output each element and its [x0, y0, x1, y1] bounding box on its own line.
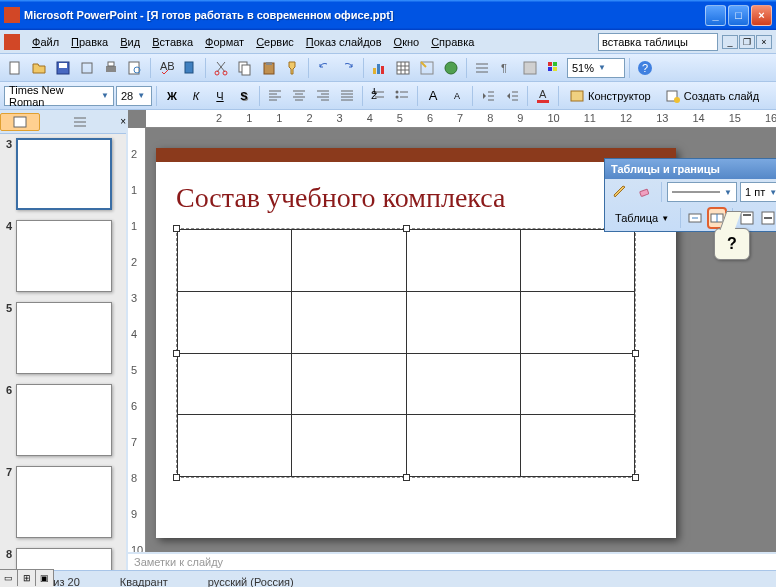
thumbnail-slide-6[interactable]: 6	[2, 384, 124, 456]
eraser-icon[interactable]	[634, 181, 656, 203]
bold-icon[interactable]: Ж	[161, 85, 183, 107]
align-center-icon[interactable]	[288, 85, 310, 107]
notes-pane[interactable]: Заметки к слайду	[128, 552, 776, 570]
preview-icon[interactable]	[124, 57, 146, 79]
close-button[interactable]: ×	[751, 5, 772, 26]
insert-table-icon[interactable]	[392, 57, 414, 79]
redo-icon[interactable]	[337, 57, 359, 79]
new-icon[interactable]	[4, 57, 26, 79]
decrease-indent-icon[interactable]	[477, 85, 499, 107]
thumbnail-slide-3[interactable]: 3	[2, 138, 124, 210]
normal-view-button[interactable]: ▭	[0, 570, 18, 586]
expand-all-icon[interactable]	[471, 57, 493, 79]
svg-rect-6	[129, 62, 139, 74]
print-icon[interactable]	[100, 57, 122, 79]
cut-icon[interactable]	[210, 57, 232, 79]
mdi-restore-button[interactable]: ❐	[739, 35, 755, 49]
thumbnails-tab[interactable]	[0, 113, 40, 131]
mdi-close-button[interactable]: ×	[756, 35, 772, 49]
tables-borders-icon[interactable]	[416, 57, 438, 79]
menu-insert[interactable]: Вставка	[146, 34, 199, 50]
save-icon[interactable]	[52, 57, 74, 79]
paste-icon[interactable]	[258, 57, 280, 79]
font-color-icon[interactable]: A	[532, 85, 554, 107]
formatting-toolbar: Times New Roman▼ 28▼ Ж К Ч S 12 A A A Ко…	[0, 82, 776, 110]
undo-icon[interactable]	[313, 57, 335, 79]
outline-tab[interactable]	[60, 113, 100, 131]
new-slide-button[interactable]: Создать слайд	[659, 85, 765, 107]
copy-icon[interactable]	[234, 57, 256, 79]
float-titlebar[interactable]: Таблицы и границы ▼ ×	[605, 159, 776, 179]
mdi-minimize-button[interactable]: _	[722, 35, 738, 49]
status-language: русский (Россия)	[208, 576, 294, 588]
table-menu-button[interactable]: Таблица ▼	[609, 207, 675, 229]
format-painter-icon[interactable]	[282, 57, 304, 79]
align-right-icon[interactable]	[312, 85, 334, 107]
insert-hyperlink-icon[interactable]	[440, 57, 462, 79]
slide-title[interactable]: Состав учебного комплекса	[176, 182, 656, 214]
menu-slideshow[interactable]: Показ слайдов	[300, 34, 388, 50]
decrease-font-icon[interactable]: A	[446, 85, 468, 107]
status-layout: Квадрант	[120, 576, 168, 588]
distributed-icon[interactable]	[336, 85, 358, 107]
show-grid-icon[interactable]	[519, 57, 541, 79]
zoom-combo[interactable]: 51%▼	[567, 58, 625, 78]
font-combo[interactable]: Times New Roman▼	[4, 86, 114, 106]
menu-view[interactable]: Вид	[114, 34, 146, 50]
statusbar: Слайд 3 из 20 Квадрант русский (Россия)	[0, 570, 776, 587]
font-size-combo[interactable]: 28▼	[116, 86, 152, 106]
show-formatting-icon[interactable]: ¶	[495, 57, 517, 79]
border-style-combo[interactable]: ▼	[667, 182, 737, 202]
table-object[interactable]	[176, 228, 636, 478]
spelling-icon[interactable]: ABC	[155, 57, 177, 79]
help-icon[interactable]: ?	[634, 57, 656, 79]
permission-icon[interactable]	[76, 57, 98, 79]
svg-rect-24	[548, 62, 552, 66]
merge-cells-icon[interactable]	[686, 207, 704, 229]
border-weight-combo[interactable]: 1 пт▼	[740, 182, 776, 202]
increase-indent-icon[interactable]	[501, 85, 523, 107]
underline-icon[interactable]: Ч	[209, 85, 231, 107]
thumbnail-slide-7[interactable]: 7	[2, 466, 124, 538]
close-panel-icon[interactable]: ×	[120, 116, 126, 127]
research-icon[interactable]	[179, 57, 201, 79]
menu-help[interactable]: Справка	[425, 34, 480, 50]
menu-format[interactable]: Формат	[199, 34, 250, 50]
menu-window[interactable]: Окно	[388, 34, 426, 50]
powerpoint-icon	[4, 34, 20, 50]
menu-tools[interactable]: Сервис	[250, 34, 300, 50]
increase-font-icon[interactable]: A	[422, 85, 444, 107]
edit-area: 211234567891011121314151617181920212223 …	[128, 110, 776, 570]
bullets-icon[interactable]	[391, 85, 413, 107]
align-left-icon[interactable]	[264, 85, 286, 107]
italic-icon[interactable]: К	[185, 85, 207, 107]
svg-text:ABC: ABC	[160, 60, 174, 72]
align-middle-icon[interactable]	[759, 207, 776, 229]
draw-table-icon[interactable]	[609, 181, 631, 203]
design-button[interactable]: Конструктор	[563, 85, 657, 107]
thumbnail-slide-5[interactable]: 5	[2, 302, 124, 374]
maximize-button[interactable]: □	[728, 5, 749, 26]
numbering-icon[interactable]: 12	[367, 85, 389, 107]
slide-canvas[interactable]: Состав учебного комплекса	[156, 148, 676, 538]
slideshow-view-button[interactable]: ▣	[36, 570, 54, 586]
svg-point-38	[674, 97, 680, 103]
svg-rect-13	[242, 65, 250, 75]
thumbnail-slide-4[interactable]: 4	[2, 220, 124, 292]
callout-help: ?	[714, 228, 750, 260]
menu-edit[interactable]: Правка	[65, 34, 114, 50]
svg-rect-18	[381, 66, 384, 74]
menu-file[interactable]: Файл	[26, 34, 65, 50]
tables-borders-toolbar[interactable]: Таблицы и границы ▼ × ▼ 1 пт▼ Таблица ▼	[604, 158, 776, 232]
color-icon[interactable]	[543, 57, 565, 79]
svg-point-21	[445, 62, 457, 74]
sorter-view-button[interactable]: ⊞	[18, 570, 36, 586]
shadow-icon[interactable]: S	[233, 85, 255, 107]
insert-chart-icon[interactable]	[368, 57, 390, 79]
help-search-input[interactable]	[598, 33, 718, 51]
svg-rect-23	[524, 62, 536, 74]
minimize-button[interactable]: _	[705, 5, 726, 26]
svg-rect-0	[10, 62, 19, 74]
open-icon[interactable]	[28, 57, 50, 79]
thumbnail-slide-8[interactable]: 8	[2, 548, 124, 570]
